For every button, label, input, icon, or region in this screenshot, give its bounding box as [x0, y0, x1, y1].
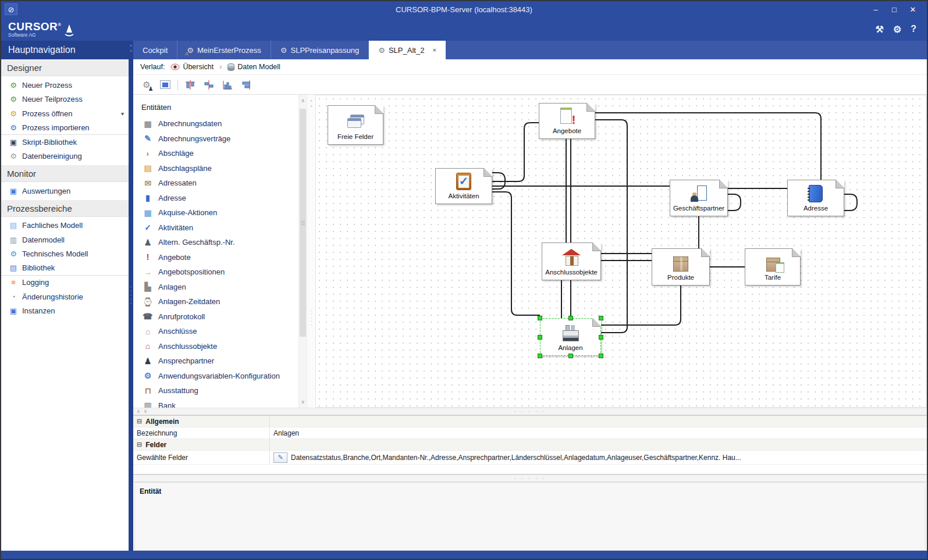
node-tarife[interactable]: Tarife — [745, 248, 801, 286]
entity-item-abschlagspläne[interactable]: ▤ Abschlagspläne — [141, 161, 298, 176]
entity-item-adresse[interactable]: ▮ Adresse — [141, 191, 298, 206]
align-right-button[interactable] — [239, 78, 254, 92]
entity-item-ansprechpartner[interactable]: ♟ Ansprechpartner — [141, 354, 298, 369]
entity-item-angebote[interactable]: ! Angebote — [141, 250, 298, 265]
edit-button[interactable]: ✎ — [273, 452, 287, 463]
sidebar-item-skript-bibliothek[interactable]: ▣ Skript-Bibliothek — [1, 135, 129, 149]
node-anlagen[interactable]: Anlagen — [540, 318, 601, 356]
selection-handle[interactable] — [599, 316, 603, 320]
sidebar-item-fachliches-modell[interactable]: ▤ Fachliches Modell — [1, 219, 129, 233]
tools-icon[interactable]: ⚒ — [876, 24, 884, 35]
node-geschaeftspartner[interactable]: Geschäftspartner — [670, 180, 728, 216]
scroll-down-icon[interactable]: ∨ — [299, 397, 307, 406]
sidebar-collapse-icon[interactable]: ‹› — [129, 43, 133, 53]
sidebar-item-datenmodell[interactable]: ▥ Datenmodell — [1, 233, 129, 247]
selection-handle[interactable] — [599, 335, 603, 340]
sidebar-item-prozess-importieren[interactable]: ⚙ Prozess importieren — [1, 121, 129, 135]
property-group-felder[interactable]: ⊟Felder — [133, 439, 927, 451]
entity-item-abrechnungsdaten[interactable]: ▦ Abrechnungsdaten — [141, 116, 298, 131]
node-produkte[interactable]: Produkte — [652, 248, 710, 286]
close-button[interactable]: ✕ — [905, 3, 921, 15]
entity-item-abschläge[interactable]: ◗ Abschläge — [141, 146, 298, 161]
entity-item-akquise-aktionen[interactable]: ▦ Akquise-Aktionen — [141, 205, 298, 220]
node-anschlussobjekte[interactable]: Anschlussobjekte — [542, 242, 601, 280]
diagram-canvas[interactable]: Freie Felder Angebote Aktivitäten Geschä… — [315, 95, 927, 408]
tab-meinersterprozess[interactable]: ⚙ ⚠ MeinErsterProzess — [177, 41, 271, 59]
sidebar-item-neuer-prozess[interactable]: ⚙ Neuer Prozess — [1, 78, 129, 92]
horizontal-splitter-2[interactable]: · · · · · — [133, 475, 927, 482]
horizontal-splitter[interactable]: ∧ ∨ · · · · · — [133, 408, 927, 415]
entity-item-anwendungsvariablen-konfiguration[interactable]: ⚙ Anwendungsvariablen-Konfiguration — [141, 369, 298, 384]
sidebar-item-datenbereinigung[interactable]: ⚙ Datenbereinigung — [1, 149, 129, 164]
selection-handle[interactable] — [538, 354, 542, 358]
entity-item-anschlussobjekte[interactable]: ⌂ Anschlussobjekte — [141, 339, 298, 354]
sidebar-item-instanzen[interactable]: ▣ Instanzen — [1, 304, 129, 319]
entity-item-anlagen-zeitdaten[interactable]: ⌚ Anlagen-Zeitdaten — [141, 294, 298, 309]
splitter-grip[interactable]: · · · · · — [133, 475, 927, 481]
entity-item-anschlüsse[interactable]: ⌂ Anschlüsse — [141, 324, 298, 339]
align-middle-button[interactable] — [201, 78, 216, 92]
entity-item-aktivitäten[interactable]: ✓ Aktivitäten — [141, 220, 298, 236]
entity-item-anrufprotokoll[interactable]: ☎ Anrufprotokoll — [141, 309, 298, 324]
tab-close-icon[interactable]: × — [432, 47, 436, 53]
process-properties-button[interactable]: ⚙ — [139, 78, 154, 92]
property-value[interactable]: Anlagen — [270, 427, 927, 438]
selection-handle[interactable] — [599, 354, 603, 358]
breadcrumb-item-daten-modell[interactable]: Daten Modell — [227, 63, 280, 71]
selection-handle[interactable] — [538, 335, 542, 340]
connection-line[interactable] — [492, 192, 540, 315]
panel-collapse-icon[interactable]: ‹› — [307, 98, 315, 109]
collapse-icon[interactable]: ⊟ — [137, 418, 142, 425]
selection-handle[interactable] — [538, 316, 542, 320]
align-top-button[interactable] — [183, 78, 198, 92]
tab-cockpit[interactable]: Cockpit — [133, 41, 177, 59]
sidebar-item-prozess-öffnen[interactable]: ⚙ Prozess öffnen ▾ — [1, 106, 129, 121]
collapse-icon[interactable]: ⊟ — [137, 441, 142, 448]
connection-line[interactable] — [844, 194, 857, 211]
chevron-down-icon[interactable]: ▾ — [121, 110, 124, 117]
sidebar-item-änderungshistorie[interactable]: ◔ Änderungshistorie — [1, 290, 129, 304]
breadcrumb-item-uebersicht[interactable]: Übersicht — [170, 63, 214, 71]
sidebar-item-technisches-modell[interactable]: ⚙ Technisches Modell — [1, 247, 129, 262]
node-aktivitaeten[interactable]: Aktivitäten — [435, 168, 492, 204]
scrollbar-thumb[interactable] — [300, 109, 306, 337]
entity-item-anlagen[interactable]: ▙ Anlagen — [141, 280, 298, 295]
connection-line[interactable] — [595, 120, 627, 333]
export-image-button[interactable] — [158, 78, 173, 92]
scroll-up-icon[interactable]: ∧ — [299, 96, 307, 105]
connection-line[interactable] — [601, 286, 681, 325]
sidebar-item-bibliothek[interactable]: ▤ Bibliothek — [1, 261, 129, 276]
sidebar-item-neuer-teilprozess[interactable]: ⚙ Neuer Teilprozess — [1, 92, 129, 107]
node-icon — [558, 108, 577, 125]
entity-item-adressaten[interactable]: ✉ Adressaten — [141, 176, 298, 191]
splitter-grip[interactable]: · · · · · — [133, 408, 927, 415]
entity-item-bank[interactable]: ▥ Bank — [141, 398, 298, 408]
splitter-grip[interactable]: ····· — [307, 309, 315, 326]
maximize-button[interactable]: □ — [886, 3, 902, 15]
entity-item-ausstattung[interactable]: ⊓ Ausstattung — [141, 383, 298, 398]
node-freie-felder[interactable]: Freie Felder — [328, 105, 383, 145]
connection-line[interactable] — [728, 194, 741, 211]
minimize-button[interactable]: – — [867, 3, 884, 15]
tab-slppreisanpassung[interactable]: ⚙ SLPPreisanpassung — [271, 41, 369, 59]
connection-line[interactable] — [595, 113, 821, 180]
splitter-grip[interactable]: ····· — [129, 285, 133, 305]
sidebar-item-auswertungen[interactable]: ▣ Auswertungen — [1, 184, 129, 198]
help-icon[interactable]: ? — [911, 24, 916, 35]
sidebar-splitter[interactable]: ‹› ····· — [129, 41, 133, 551]
tab-slp-alt-2[interactable]: ⚙ SLP_Alt_2 × — [369, 41, 446, 59]
process-settings-icon[interactable]: ⚙ — [893, 24, 901, 35]
entity-item-abrechnungsverträge[interactable]: ✎ Abrechnungsverträge — [141, 131, 298, 147]
entity-item-altern-geschäftsp-nr[interactable]: ♟ Altern. Geschäftsp.-Nr. — [141, 235, 298, 250]
node-adresse[interactable]: Adresse — [787, 180, 844, 216]
sidebar-item-logging[interactable]: ≡ Logging — [1, 276, 129, 290]
selection-handle[interactable] — [568, 316, 573, 320]
statistics-button[interactable] — [220, 78, 235, 92]
canvas-splitter[interactable]: ‹› ····· — [307, 95, 315, 408]
property-value[interactable]: ✎ Datensatzstatus,Branche,Ort,Mandanten-… — [270, 451, 927, 464]
property-group-allgemein[interactable]: ⊟Allgemein — [133, 416, 927, 427]
entity-item-angebotspositionen[interactable]: → Angebotspositionen — [141, 265, 298, 280]
selection-handle[interactable] — [568, 354, 573, 358]
node-angebote[interactable]: Angebote — [539, 103, 595, 139]
entity-list-scrollbar[interactable]: ∧ ∨ — [298, 95, 307, 408]
